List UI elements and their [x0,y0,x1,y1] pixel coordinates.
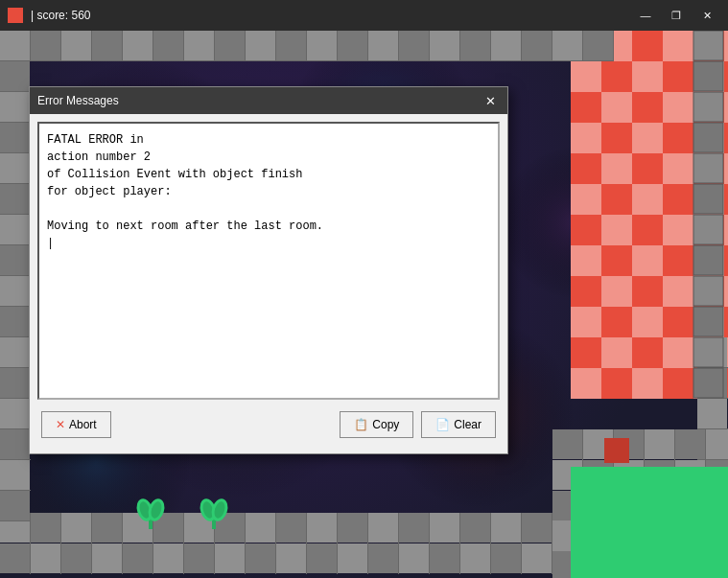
window-title: | score: 560 [31,9,632,22]
clear-icon: 📄 [435,418,450,431]
error-dialog: Error Messages ✕ ✕ Abort 📋 Copy 📄 Clear [29,86,508,454]
error-dialog-body: ✕ Abort 📋 Copy 📄 Clear [30,114,507,453]
window-close-button[interactable]: ✕ [693,6,720,25]
dialog-close-button[interactable]: ✕ [481,92,500,109]
minimize-button[interactable]: — [632,6,659,25]
clear-button[interactable]: 📄 Clear [421,411,496,438]
restore-button[interactable]: ❐ [663,6,690,25]
window-titlebar: | score: 560 — ❐ ✕ [0,0,728,31]
titlebar-controls: — ❐ ✕ [632,6,720,25]
copy-icon: 📋 [354,418,368,431]
error-dialog-title: Error Messages [37,94,119,107]
app-icon [8,8,23,23]
copy-label: Copy [372,418,399,431]
abort-icon: ✕ [56,418,65,431]
error-dialog-buttons: ✕ Abort 📋 Copy 📄 Clear [37,404,500,446]
clear-label: Clear [454,418,481,431]
abort-button[interactable]: ✕ Abort [41,411,111,438]
abort-label: Abort [69,418,97,431]
copy-button[interactable]: 📋 Copy [340,411,413,438]
error-dialog-titlebar: Error Messages ✕ [30,87,507,114]
error-textarea[interactable] [37,122,500,400]
